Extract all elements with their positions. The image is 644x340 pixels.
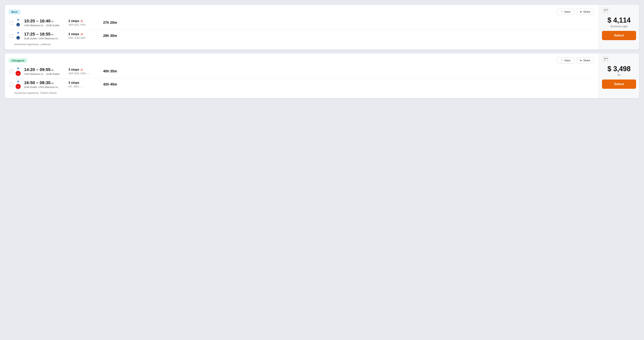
route-text: USH Malvinas Ar... -DUB Dublin xyxy=(24,73,66,76)
select-button[interactable]: Select xyxy=(602,80,636,89)
airline-logo: TK xyxy=(16,84,21,89)
day-offset: +1 xyxy=(51,33,54,36)
card-svg xyxy=(604,58,608,61)
warning-icon: ⚠ xyxy=(80,19,83,23)
badge-best: Best xyxy=(9,10,20,14)
flight-direction-arrow: ➤ xyxy=(17,31,20,35)
stops-label: 2 stops ⚠ xyxy=(68,33,101,36)
svg-text:TK: TK xyxy=(17,73,19,74)
share-icon: ➤ xyxy=(580,59,582,62)
price-amount: $ 4,114 xyxy=(607,17,630,24)
flight-main: Cheapest♡Save➤Share➤ TK 14:20 – 09:55+2U… xyxy=(5,54,599,98)
header-actions: ♡Save➤Share xyxy=(557,57,594,64)
duration-column: 40h 35m xyxy=(101,69,124,73)
stop-codes: AEP-EZE, FRA xyxy=(68,23,101,26)
price-amount: $ 3,498 xyxy=(607,65,630,73)
select-button[interactable]: Select xyxy=(602,31,636,40)
stop-codes: AEP-EZE, GRU, ... xyxy=(68,72,101,75)
share-button[interactable]: ➤Share xyxy=(576,57,594,64)
stops-label: 2 stops ⚠ xyxy=(68,19,101,23)
flight-card-cheapest: Cheapest♡Save➤Share➤ TK 14:20 – 09:55+2U… xyxy=(5,53,639,98)
time-range: 10:20 – 16:40+1 xyxy=(24,19,66,24)
day-offset: +1 xyxy=(51,20,54,23)
flight-row-0: ➤ LH 10:20 – 16:40+1USH Malvinas Ar... -… xyxy=(9,18,594,28)
credit-card-icon xyxy=(602,8,610,13)
time-range: 16:50 – 08:30+2 xyxy=(24,80,66,85)
credit-card-icon xyxy=(602,57,610,62)
duration-text: 40h 35m xyxy=(103,69,124,73)
save-button[interactable]: ♡Save xyxy=(557,57,574,64)
flight-times: 17:25 – 18:55+1DUB Dublin -USH Malvinas … xyxy=(24,32,66,40)
share-button[interactable]: ➤Share xyxy=(576,9,594,15)
stops-label: 3 stops xyxy=(68,81,101,85)
duration-column: 28h 30m xyxy=(101,34,124,38)
checkbox-wrap xyxy=(9,21,14,25)
flight-card-header: Best♡Save➤Share xyxy=(9,9,594,15)
flight-main: Best♡Save➤Share➤ LH 10:20 – 16:40+1USH M… xyxy=(5,5,599,50)
flight-checkbox[interactable] xyxy=(10,83,13,86)
svg-rect-17 xyxy=(604,60,606,60)
price-label: Ps xyxy=(618,74,620,76)
route-text: DUB Dublin -USH Malvinas Ar... xyxy=(24,37,66,40)
flight-card-header: Cheapest♡Save➤Share xyxy=(9,57,594,64)
svg-rect-15 xyxy=(604,58,608,61)
time-range: 17:25 – 18:55+1 xyxy=(24,32,66,37)
airlines-footer: Aerolineas Argentinas, Turkish Airlines xyxy=(9,92,594,94)
flight-card-best: Best♡Save➤Share➤ LH 10:20 – 16:40+1USH M… xyxy=(5,5,639,50)
price-panel: $ 3,498PsSelect xyxy=(599,54,639,98)
price-label: Economy Light xyxy=(611,25,628,28)
airline-logo: LH xyxy=(16,35,21,41)
stop-codes: FRA, EZE-AEP xyxy=(68,37,101,39)
airline-logo: TK xyxy=(16,71,21,76)
airline-logo-wrap: ➤ TK xyxy=(14,80,22,89)
duration-column: 27h 20m xyxy=(101,21,124,25)
svg-rect-7 xyxy=(604,10,608,10)
flight-direction-arrow: ➤ xyxy=(17,67,20,70)
share-label: Share xyxy=(583,59,590,62)
checkbox-wrap xyxy=(9,34,14,38)
airline-logo-wrap: ➤ LH xyxy=(14,18,22,28)
flight-checkbox[interactable] xyxy=(10,34,13,38)
flight-times: 14:20 – 09:55+2USH Malvinas Ar... -DUB D… xyxy=(24,67,66,76)
share-icon: ➤ xyxy=(580,10,582,13)
stop-codes: IST, GRU, ... xyxy=(68,85,101,88)
duration-text: 28h 30m xyxy=(103,34,124,38)
header-actions: ♡Save➤Share xyxy=(557,9,594,15)
flight-checkbox[interactable] xyxy=(10,70,13,73)
checkbox-wrap xyxy=(9,83,14,86)
svg-text:LH: LH xyxy=(17,24,19,26)
flight-row-0: ➤ TK 14:20 – 09:55+2USH Malvinas Ar... -… xyxy=(9,67,594,76)
warning-icon: ⚠ xyxy=(80,68,83,71)
share-label: Share xyxy=(583,10,590,13)
svg-rect-8 xyxy=(604,11,606,11)
price-panel: $ 4,114Economy LightSelect xyxy=(599,5,639,50)
card-icon-wrap xyxy=(602,57,636,62)
duration-text: 27h 20m xyxy=(103,21,124,25)
flight-row-1: ➤ TK 16:50 – 08:30+2DUB Dublin -USH Malv… xyxy=(9,80,594,89)
airline-logo-wrap: ➤ LH xyxy=(14,31,22,41)
flight-direction-arrow: ➤ xyxy=(17,80,20,83)
stops-column: 3 stopsIST, GRU, ... xyxy=(66,81,101,88)
svg-text:TK: TK xyxy=(17,86,19,87)
svg-text:LH: LH xyxy=(17,38,19,39)
stops-column: 2 stops ⚠AEP-EZE, FRA xyxy=(66,19,101,26)
save-button[interactable]: ♡Save xyxy=(557,9,574,15)
stops-column: 3 stops ⚠AEP-EZE, GRU, ... xyxy=(66,68,101,75)
card-icon-wrap xyxy=(602,8,636,13)
flight-checkbox[interactable] xyxy=(10,21,13,25)
warning-icon: ⚠ xyxy=(80,33,83,36)
day-offset: +2 xyxy=(51,69,54,72)
flight-row-1: ➤ LH 17:25 – 18:55+1DUB Dublin -USH Malv… xyxy=(9,31,594,41)
checkbox-wrap xyxy=(9,70,14,73)
svg-rect-16 xyxy=(604,58,608,59)
svg-rect-6 xyxy=(604,9,608,12)
card-svg xyxy=(604,9,608,12)
airlines-footer: Aerolineas Argentinas, Lufthansa xyxy=(9,43,594,46)
day-offset: +2 xyxy=(51,82,54,85)
time-range: 14:20 – 09:55+2 xyxy=(24,67,66,72)
route-text: DUB Dublin -USH Malvinas Ar... xyxy=(24,86,66,89)
stops-label: 3 stops ⚠ xyxy=(68,68,101,71)
duration-column: 42h 40m xyxy=(101,82,124,87)
route-text: USH Malvinas Ar... -DUB Dublin xyxy=(24,24,66,27)
flight-direction-arrow: ➤ xyxy=(17,18,20,22)
